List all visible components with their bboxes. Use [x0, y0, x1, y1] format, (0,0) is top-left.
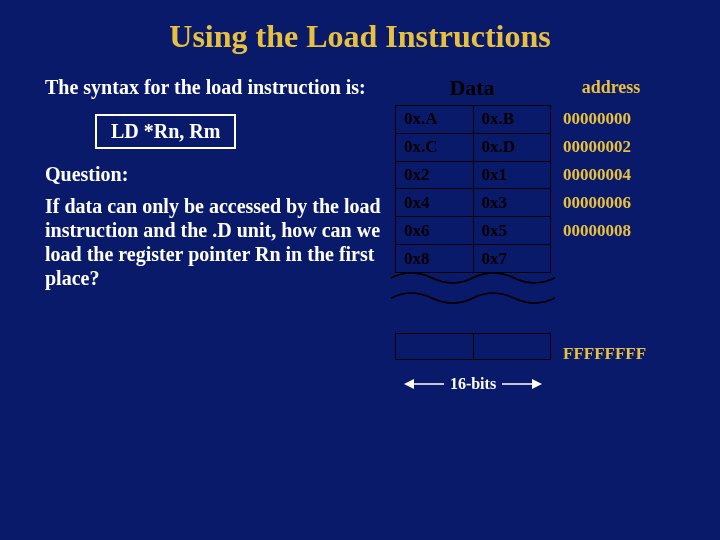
table-row: 0x2 0x1	[396, 161, 551, 189]
left-column: The syntax for the load instruction is: …	[45, 75, 395, 360]
memory-break-icon	[391, 268, 555, 316]
table-wrap: 0x.A 0x.B 0x.C 0x.D 0x2 0x1 0x4 0x3 0x6	[395, 105, 700, 273]
table-row	[396, 334, 551, 360]
svg-marker-3	[532, 379, 542, 389]
end-address: FFFFFFFF	[563, 344, 646, 364]
content-area: The syntax for the load instruction is: …	[0, 65, 720, 360]
address-value: 00000004	[563, 161, 631, 189]
instruction-box: LD *Rn, Rm	[95, 114, 236, 149]
cell: 0x.D	[473, 133, 551, 161]
width-text: 16-bits	[444, 375, 502, 393]
cell: 0x2	[396, 161, 474, 189]
cell: 0x.B	[473, 106, 551, 134]
table-row: 0x.A 0x.B	[396, 106, 551, 134]
cell: 0x.A	[396, 106, 474, 134]
cell: 0x8	[396, 245, 474, 273]
address-header: address	[551, 75, 671, 101]
address-value: 00000008	[563, 217, 631, 245]
data-header: Data	[393, 75, 551, 101]
width-indicator: 16-bits	[395, 375, 551, 393]
question-label: Question:	[45, 163, 385, 186]
right-column: Data address 0x.A 0x.B 0x.C 0x.D 0x2 0x1…	[395, 75, 700, 360]
question-body: If data can only be accessed by the load…	[45, 194, 385, 290]
cell: 0x1	[473, 161, 551, 189]
address-value: 00000000	[563, 105, 631, 133]
arrow-right-icon	[502, 377, 542, 391]
cell: 0x.C	[396, 133, 474, 161]
table-row: 0x4 0x3	[396, 189, 551, 217]
cell: 0x3	[473, 189, 551, 217]
cell	[396, 334, 474, 360]
cell	[473, 334, 551, 360]
memory-end-table	[395, 333, 551, 360]
slide-title: Using the Load Instructions	[0, 0, 720, 65]
cell: 0x5	[473, 217, 551, 245]
address-value: 00000002	[563, 133, 631, 161]
cell: 0x6	[396, 217, 474, 245]
address-value: 00000006	[563, 189, 631, 217]
address-value	[563, 245, 631, 273]
svg-marker-1	[404, 379, 414, 389]
arrow-left-icon	[404, 377, 444, 391]
cell: 0x4	[396, 189, 474, 217]
address-column: 00000000 00000002 00000004 00000006 0000…	[563, 105, 631, 273]
syntax-text: The syntax for the load instruction is:	[45, 75, 385, 100]
table-headers: Data address	[395, 75, 700, 101]
table-row: 0x.C 0x.D	[396, 133, 551, 161]
data-table: 0x.A 0x.B 0x.C 0x.D 0x2 0x1 0x4 0x3 0x6	[395, 105, 551, 273]
cell: 0x7	[473, 245, 551, 273]
table-row: 0x8 0x7	[396, 245, 551, 273]
table-row: 0x6 0x5	[396, 217, 551, 245]
